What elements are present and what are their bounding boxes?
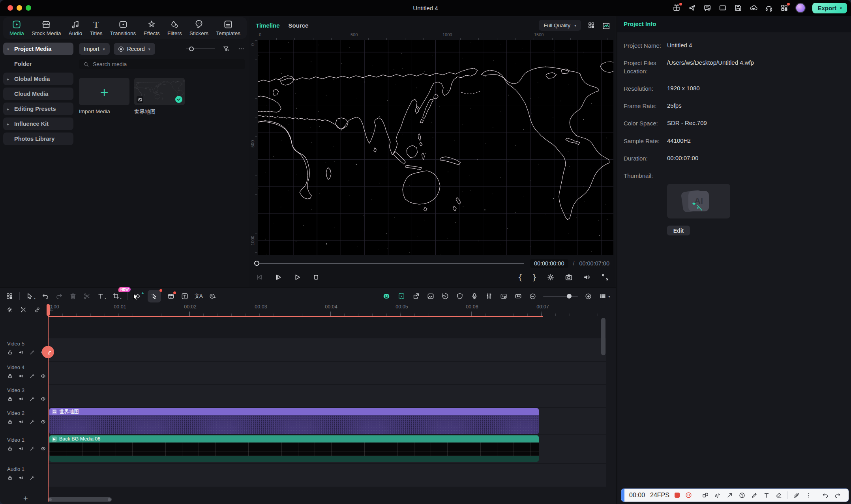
pause-recording-button[interactable]: [685, 491, 692, 499]
mute-icon[interactable]: [18, 475, 24, 481]
ai-text-tool-icon[interactable]: [181, 292, 189, 300]
save-icon[interactable]: [734, 4, 742, 12]
export-button[interactable]: Export ▾: [812, 3, 847, 13]
unlink-icon[interactable]: [20, 306, 27, 313]
redo-annotation-icon[interactable]: [834, 492, 841, 499]
translate-tool-icon[interactable]: 文A: [195, 293, 202, 300]
smart-cursor-ai-tool[interactable]: [148, 290, 161, 302]
wand-icon[interactable]: [29, 446, 35, 452]
snapshot-icon[interactable]: [564, 273, 573, 282]
tab-audio[interactable]: Audio: [69, 20, 82, 36]
add-track-button[interactable]: ＋: [22, 493, 29, 503]
wand-icon[interactable]: [29, 373, 35, 379]
tab-stock-media[interactable]: Stock Media: [32, 20, 61, 36]
playhead-handle[interactable]: [42, 346, 54, 358]
tab-source[interactable]: Source: [289, 22, 309, 29]
tab-stickers[interactable]: Stickers: [189, 20, 208, 36]
stop-recording-button[interactable]: [675, 493, 680, 498]
clip-back-bg-media[interactable]: ▶Back BG Media 06: [49, 435, 539, 462]
timeline-zoom-slider[interactable]: [543, 296, 578, 297]
stop-button[interactable]: [312, 273, 321, 282]
lock-icon[interactable]: [7, 446, 13, 452]
preview-seek-bar[interactable]: [255, 263, 524, 264]
tab-filters[interactable]: Filters: [167, 20, 182, 36]
media-item-world-map[interactable]: 世界地图: [134, 78, 185, 116]
step-number-tool-icon[interactable]: [739, 492, 746, 499]
motion-tracking-icon[interactable]: [397, 292, 405, 300]
zoom-out-icon[interactable]: [529, 293, 536, 300]
seek-handle[interactable]: [254, 261, 259, 266]
edit-thumbnail-button[interactable]: Edit: [667, 226, 690, 235]
search-bar[interactable]: [79, 59, 245, 69]
recorder-drag-handle[interactable]: [621, 489, 624, 502]
search-input[interactable]: [93, 61, 241, 67]
current-timecode[interactable]: 00:00:00:00: [530, 259, 568, 268]
voiceover-mic-icon[interactable]: [470, 292, 478, 300]
fullscreen-icon[interactable]: [601, 273, 609, 282]
image-play-icon[interactable]: [427, 292, 435, 300]
lock-icon[interactable]: [7, 475, 13, 481]
filter-icon[interactable]: [222, 45, 230, 53]
playback-settings-icon[interactable]: [546, 273, 555, 282]
tab-timeline[interactable]: Timeline: [256, 22, 280, 29]
lock-icon[interactable]: [7, 349, 13, 355]
more-tools-icon[interactable]: [805, 492, 812, 499]
shapes-tool-icon[interactable]: [702, 492, 709, 499]
mute-icon[interactable]: [18, 446, 24, 452]
ai-assistant-icon[interactable]: [382, 292, 391, 301]
vertical-scrollbar[interactable]: [601, 318, 605, 355]
clip-world-map[interactable]: 世界地图: [49, 408, 539, 434]
pencil-tool-icon[interactable]: [751, 492, 758, 499]
mute-icon[interactable]: [18, 419, 24, 425]
eraser-tool-icon[interactable]: [775, 492, 782, 499]
previous-frame-button[interactable]: [255, 273, 264, 282]
preview-canvas[interactable]: [258, 40, 613, 255]
wand-icon[interactable]: [29, 349, 35, 355]
track-manager-icon[interactable]: ▾: [599, 292, 610, 300]
mute-icon[interactable]: [18, 349, 24, 355]
eye-icon[interactable]: [40, 419, 46, 425]
shield-icon[interactable]: [456, 292, 464, 300]
lock-icon[interactable]: [7, 373, 13, 379]
import-media-tile[interactable]: ＋ Import Media: [79, 78, 129, 116]
arrow-tool-icon[interactable]: [726, 492, 733, 499]
crop-tool-icon[interactable]: ▾: [112, 292, 122, 300]
record-dropdown[interactable]: Record▾: [114, 43, 155, 55]
thumbnail-size-slider[interactable]: [186, 49, 215, 49]
ai-video-tool-icon[interactable]: [167, 292, 175, 300]
play-button[interactable]: [293, 273, 302, 282]
sidebar-item-project-media[interactable]: ▾Project Media: [3, 43, 73, 55]
send-icon[interactable]: [688, 4, 696, 12]
horizontal-scrollbar[interactable]: [48, 497, 112, 502]
wand-icon[interactable]: [29, 419, 35, 425]
tab-templates[interactable]: Templates: [216, 20, 240, 36]
zoom-slider-handle[interactable]: [567, 294, 572, 299]
render-preview-icon[interactable]: [441, 292, 449, 300]
split-scissors-icon[interactable]: [83, 292, 91, 300]
lock-icon[interactable]: [7, 396, 13, 402]
redo-icon[interactable]: [55, 292, 63, 300]
eye-icon[interactable]: [40, 396, 46, 402]
sidebar-item-photos-library[interactable]: Photos Library: [3, 133, 73, 145]
sidebar-item-influence-kit[interactable]: ▸Influence Kit: [3, 118, 73, 130]
tab-transitions[interactable]: Transitions: [110, 20, 136, 36]
apps-icon[interactable]: [780, 4, 789, 12]
wand-icon[interactable]: [29, 396, 35, 402]
undo-annotation-icon[interactable]: [822, 492, 829, 499]
next-frame-button[interactable]: [274, 273, 283, 282]
volume-icon[interactable]: [583, 273, 591, 282]
mark-in-button[interactable]: {: [518, 273, 523, 282]
mark-out-button[interactable]: }: [532, 273, 537, 282]
sidebar-item-cloud-media[interactable]: Cloud Media: [3, 88, 73, 100]
display-icon[interactable]: [718, 4, 727, 12]
freehand-tool-icon[interactable]: [714, 492, 721, 499]
multiview-icon[interactable]: [587, 21, 595, 29]
select-tool-icon[interactable]: ▾: [26, 292, 36, 300]
audio-mixer-icon[interactable]: [485, 292, 493, 300]
tab-titles[interactable]: TTitles: [90, 20, 103, 36]
feedback-icon[interactable]: [703, 4, 712, 12]
mute-icon[interactable]: [18, 396, 24, 402]
delete-icon[interactable]: [69, 292, 77, 300]
sidebar-item-editing-presets[interactable]: ▸Editing Presets: [3, 103, 73, 115]
eye-icon[interactable]: [40, 373, 46, 379]
